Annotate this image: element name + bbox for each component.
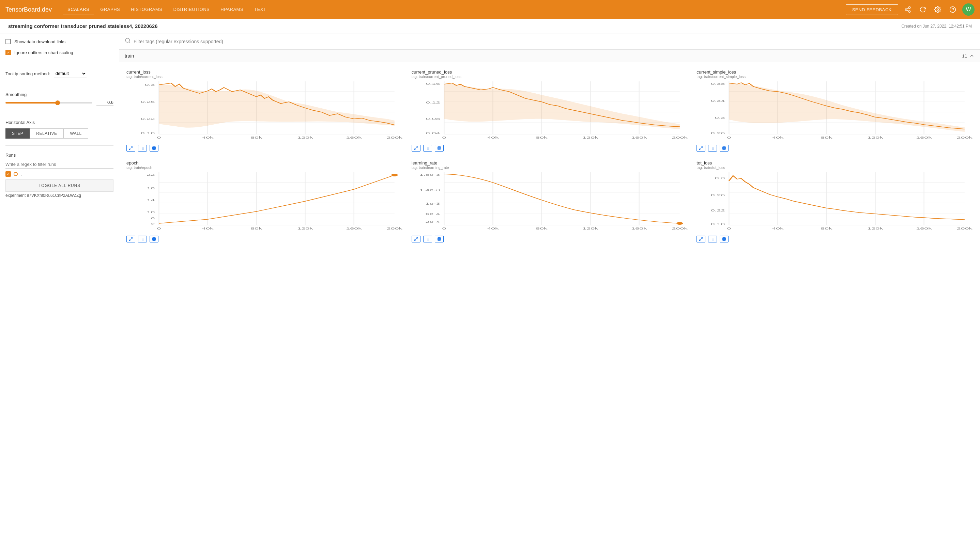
svg-text:80k: 80k xyxy=(821,227,833,230)
chart-data-button[interactable] xyxy=(138,145,147,152)
chart-area-simple-loss: 0.38 0.34 0.3 0.26 0 40k 80k 120k 160k 2… xyxy=(697,81,973,143)
chart-data-button[interactable] xyxy=(423,236,432,243)
chart-area-epoch: 22 18 14 10 6 2 0 40k 80k 120k 160k 200k xyxy=(126,172,403,234)
chart-expand-button[interactable] xyxy=(697,236,705,243)
nav-distributions[interactable]: DISTRIBUTIONS xyxy=(168,4,214,15)
chart-title: current_simple_loss xyxy=(697,70,973,75)
chart-data-button[interactable] xyxy=(708,236,717,243)
chart-zoom-button[interactable] xyxy=(150,145,158,152)
nav-scalars[interactable]: SCALARS xyxy=(63,4,94,15)
chart-data-button[interactable] xyxy=(138,236,147,243)
svg-text:200k: 200k xyxy=(957,136,973,139)
svg-text:0.16: 0.16 xyxy=(426,82,440,86)
nav-histograms[interactable]: HISTOGRAMS xyxy=(126,4,167,15)
refresh-icon[interactable] xyxy=(917,4,928,15)
chart-zoom-button[interactable] xyxy=(435,236,444,243)
filter-tags-input[interactable] xyxy=(134,39,975,44)
chart-zoom-button[interactable] xyxy=(720,145,729,152)
svg-text:0.26: 0.26 xyxy=(141,100,155,103)
nav-text[interactable]: TEXT xyxy=(250,4,271,15)
smoothing-slider[interactable] xyxy=(5,102,92,103)
filter-bar xyxy=(119,33,980,50)
svg-text:0.08: 0.08 xyxy=(426,117,440,121)
haxis-step-button[interactable]: STEP xyxy=(5,128,30,139)
svg-line-96 xyxy=(701,147,703,148)
chart-zoom-button[interactable] xyxy=(435,145,444,152)
svg-line-31 xyxy=(129,149,131,150)
svg-text:0: 0 xyxy=(727,136,731,139)
train-section-header[interactable]: train 11 xyxy=(119,50,980,62)
sidebar-divider-2 xyxy=(5,85,113,85)
chart-expand-button[interactable] xyxy=(126,236,135,243)
settings-icon[interactable] xyxy=(932,4,943,15)
ignore-outliers-checkbox[interactable] xyxy=(5,50,11,55)
slider-thumb[interactable] xyxy=(55,100,60,105)
help-icon[interactable] xyxy=(947,4,958,15)
send-feedback-button[interactable]: SEND FEEDBACK xyxy=(846,5,898,15)
svg-text:22: 22 xyxy=(147,173,155,176)
share-icon[interactable] xyxy=(902,4,913,15)
chart-actions xyxy=(412,145,688,152)
chart-actions xyxy=(697,145,973,152)
svg-text:120k: 120k xyxy=(867,227,884,230)
svg-line-63 xyxy=(417,147,418,148)
svg-text:0.22: 0.22 xyxy=(711,209,725,212)
svg-rect-71 xyxy=(438,147,441,150)
chart-title: tot_loss xyxy=(697,160,973,165)
svg-text:0.38: 0.38 xyxy=(711,82,725,86)
svg-rect-140 xyxy=(153,238,156,241)
top-nav: SCALARS GRAPHS HISTOGRAMS DISTRIBUTIONS … xyxy=(63,4,838,15)
chart-area-current-loss: 0.3 0.26 0.22 0.18 0 40k 80k 120k 160k 2… xyxy=(126,81,403,143)
chart-tag: tag: train/epoch xyxy=(126,165,403,170)
chart-data-button[interactable] xyxy=(708,145,717,152)
svg-text:0.3: 0.3 xyxy=(145,83,155,87)
nav-hparams[interactable]: HPARAMS xyxy=(216,4,248,15)
train-section: train 11 current_loss tag: train/current… xyxy=(119,50,980,250)
chart-actions xyxy=(126,145,403,152)
svg-line-30 xyxy=(131,147,132,148)
runs-filter-input[interactable] xyxy=(5,160,113,168)
svg-text:40k: 40k xyxy=(772,227,784,230)
tooltip-dropdown[interactable]: default ascending descending xyxy=(54,69,87,78)
topbar-actions: SEND FEEDBACK W xyxy=(846,3,975,16)
chart-area-tot-loss: 0.3 0.26 0.22 0.18 0 40k 80k 120k 160k 2… xyxy=(697,172,973,234)
svg-text:200k: 200k xyxy=(387,227,403,230)
svg-text:160k: 160k xyxy=(346,227,362,230)
chart-tag: tag: train/current_simple_loss xyxy=(697,75,973,79)
chart-zoom-button[interactable] xyxy=(150,236,158,243)
show-download-label: Show data download links xyxy=(14,39,65,44)
svg-text:0: 0 xyxy=(157,136,161,139)
haxis-relative-button[interactable]: RELATIVE xyxy=(30,128,64,139)
run-checkbox[interactable] xyxy=(5,171,11,177)
svg-text:2e-4: 2e-4 xyxy=(425,220,440,224)
main-layout: Show data download links Ignore outliers… xyxy=(0,33,980,534)
chart-expand-button[interactable] xyxy=(126,145,135,152)
svg-text:120k: 120k xyxy=(297,136,313,139)
svg-point-8 xyxy=(126,38,129,42)
chart-expand-button[interactable] xyxy=(412,145,420,152)
svg-rect-104 xyxy=(723,147,726,150)
svg-text:80k: 80k xyxy=(250,136,263,139)
svg-line-132 xyxy=(131,238,132,239)
chart-area-pruned-loss: 0.16 0.12 0.08 0.04 0 40k 80k 120k 160k … xyxy=(412,81,688,143)
svg-line-9 xyxy=(129,41,130,43)
toggle-all-runs-button[interactable]: TOGGLE ALL RUNS xyxy=(5,179,113,192)
chart-expand-button[interactable] xyxy=(697,145,705,152)
chart-title: learning_rate xyxy=(412,160,688,165)
ignore-outliers-option: Ignore outliers in chart scaling xyxy=(5,50,113,55)
nav-graphs[interactable]: GRAPHS xyxy=(95,4,125,15)
show-download-checkbox[interactable] xyxy=(5,39,11,44)
chart-expand-button[interactable] xyxy=(412,236,420,243)
svg-text:1e-3: 1e-3 xyxy=(425,202,440,205)
haxis-wall-button[interactable]: WALL xyxy=(64,128,88,139)
sidebar: Show data download links Ignore outliers… xyxy=(0,33,119,534)
smoothing-value[interactable]: 0.6 xyxy=(96,100,113,106)
svg-point-131 xyxy=(391,174,398,176)
chart-data-button[interactable] xyxy=(423,145,432,152)
run-color-indicator xyxy=(14,172,18,176)
chart-zoom-button[interactable] xyxy=(720,236,729,243)
svg-text:0.18: 0.18 xyxy=(711,222,725,226)
chart-current-pruned-loss: current_pruned_loss tag: train/current_p… xyxy=(407,65,692,156)
smoothing-label: Smoothing xyxy=(5,92,113,97)
user-avatar[interactable]: W xyxy=(962,3,975,16)
